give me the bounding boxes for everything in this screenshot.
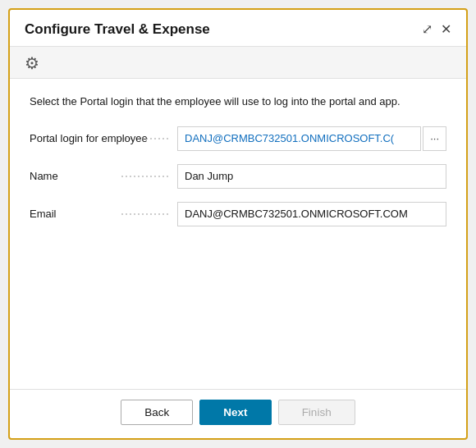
- next-button[interactable]: Next: [199, 400, 271, 425]
- dialog-title: Configure Travel & Expense: [25, 21, 210, 38]
- expand-icon[interactable]: ⤢: [422, 23, 433, 36]
- portal-login-input[interactable]: [177, 126, 421, 151]
- gear-icon: ⚙: [25, 54, 39, 72]
- name-input-group: [177, 164, 446, 189]
- finish-button: Finish: [278, 400, 355, 425]
- portal-login-input-group: ···: [177, 126, 446, 151]
- email-label: Email: [30, 208, 177, 220]
- portal-login-label: Portal login for employee: [30, 132, 177, 144]
- dialog-body: Select the Portal login that the employe…: [10, 79, 466, 389]
- header-icons: ⤢ ✕: [422, 23, 451, 36]
- dialog-footer: Back Next Finish: [10, 389, 466, 438]
- name-label: Name: [30, 170, 177, 182]
- email-row: Email: [30, 202, 446, 226]
- dialog-header: Configure Travel & Expense ⤢ ✕: [10, 10, 466, 46]
- back-button[interactable]: Back: [121, 400, 193, 425]
- gear-section: ⚙: [10, 46, 466, 79]
- portal-login-row: Portal login for employee ···: [30, 126, 446, 151]
- configure-dialog: Configure Travel & Expense ⤢ ✕ ⚙ Select …: [8, 8, 468, 440]
- close-icon[interactable]: ✕: [441, 23, 451, 36]
- description-text: Select the Portal login that the employe…: [30, 94, 446, 110]
- name-row: Name: [30, 164, 446, 189]
- email-input-group: [177, 202, 446, 226]
- name-input[interactable]: [177, 164, 446, 189]
- portal-login-ellipsis-button[interactable]: ···: [423, 126, 446, 151]
- email-input[interactable]: [177, 202, 446, 226]
